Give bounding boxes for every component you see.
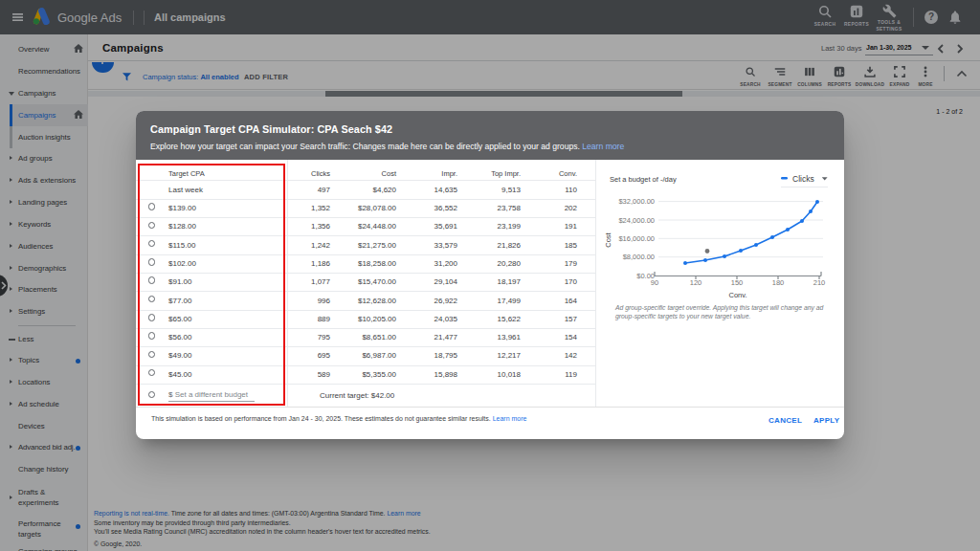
svg-text:120: 120 (690, 278, 702, 287)
svg-text:$32,000.00: $32,000.00 (618, 197, 655, 206)
svg-text:$24,000.00: $24,000.00 (618, 216, 655, 225)
svg-text:150: 150 (731, 278, 744, 287)
svg-text:210: 210 (813, 278, 826, 287)
svg-text:Cost: Cost (604, 231, 612, 247)
svg-text:$16,000.00: $16,000.00 (618, 234, 655, 243)
svg-text:Set a budget of -/day: Set a budget of -/day (610, 175, 677, 184)
svg-text:Conv.: Conv. (728, 291, 746, 299)
svg-text:180: 180 (772, 278, 785, 287)
svg-text:Clicks: Clicks (792, 174, 814, 184)
svg-text:90: 90 (651, 278, 658, 287)
svg-text:$8,000.00: $8,000.00 (623, 253, 655, 261)
